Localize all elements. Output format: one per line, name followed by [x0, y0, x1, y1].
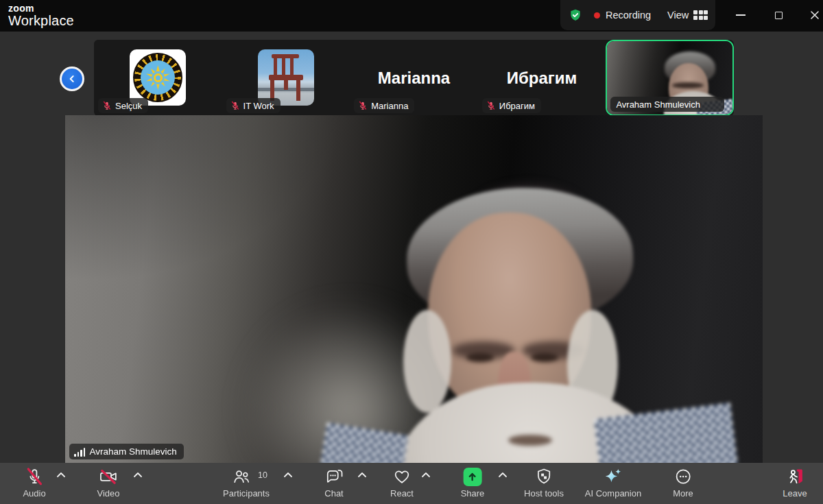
participant-name: IT Work [243, 101, 274, 111]
titlebar-status-panel: Recording View [560, 0, 715, 30]
mic-muted-icon [358, 101, 368, 110]
participant-filmstrip: Selçuk IT Work Marianna [94, 40, 734, 116]
participant-name: Marianna [371, 101, 408, 111]
minimize-button[interactable] [726, 0, 756, 30]
recording-indicator[interactable]: Recording [594, 10, 651, 21]
audio-button[interactable]: Audio [23, 466, 45, 499]
more-label: More [673, 488, 693, 499]
react-button[interactable]: React [390, 466, 414, 499]
recording-label: Recording [606, 10, 651, 21]
broken-chair-avatar-image [258, 49, 314, 106]
react-label: React [390, 488, 414, 499]
gallery-view-icon [693, 10, 708, 20]
participants-label: Participants [223, 488, 270, 499]
minimize-icon [736, 14, 746, 16]
chat-label: Chat [324, 488, 344, 499]
mic-muted-icon [102, 101, 112, 110]
chevron-left-icon [67, 73, 77, 84]
speaker-name-pill: Avraham Shmulevich [69, 444, 184, 459]
camera-off-icon [98, 467, 119, 486]
participant-name: Ибрагим [499, 101, 535, 111]
share-label: Share [461, 488, 485, 499]
participant-display-name: Marianna [350, 69, 478, 88]
more-button[interactable]: More [673, 466, 693, 499]
active-speaker-video: Avraham Shmulevich [65, 115, 763, 463]
participant-tile-it-work[interactable]: IT Work [222, 40, 350, 116]
chat-icon [324, 467, 344, 486]
mic-muted-icon [486, 101, 496, 110]
share-screen-icon [463, 468, 481, 486]
ai-companion-sparkle-icon [603, 467, 623, 486]
name-pill: Selçuk [98, 98, 148, 113]
name-pill: Ибрагим [482, 98, 541, 113]
heart-icon [392, 467, 412, 486]
close-icon [810, 10, 820, 20]
previous-page-button[interactable] [60, 67, 84, 91]
react-options-caret[interactable] [421, 472, 431, 478]
audio-options-caret[interactable] [56, 472, 66, 478]
more-ellipsis-icon [673, 467, 693, 486]
audio-label: Audio [23, 488, 45, 499]
ai-companion-label: AI Companion [585, 488, 641, 499]
audio-level-bars-icon [74, 447, 85, 457]
titlebar: zoom Workplace Recording View [0, 0, 823, 32]
participant-name: Selçuk [115, 101, 142, 111]
recording-dot-icon [594, 12, 600, 19]
participants-options-caret[interactable] [283, 472, 293, 478]
name-pill: Marianna [354, 98, 414, 113]
participant-name: Avraham Shmulevich [616, 99, 700, 110]
mic-muted-icon [230, 101, 240, 110]
maximize-icon [775, 12, 783, 19]
avatar [258, 49, 314, 106]
mic-muted-icon [25, 467, 44, 486]
video-label: Video [97, 488, 119, 499]
participants-count-badge: 10 [258, 470, 267, 480]
logo-zoom-text: zoom [8, 3, 74, 14]
share-button[interactable]: Share [461, 466, 485, 499]
participants-icon [231, 467, 252, 486]
participants-button[interactable]: 10 Participants [223, 466, 270, 499]
security-shield-icon[interactable] [568, 8, 583, 23]
share-options-caret[interactable] [498, 472, 508, 478]
ai-companion-button[interactable]: AI Companion [585, 466, 641, 499]
logo-workplace-text: Workplace [8, 14, 74, 28]
participant-tile-ibragim[interactable]: Ибрагим Ибрагим [478, 40, 606, 116]
name-pill: Avraham Shmulevich [610, 97, 724, 112]
view-button[interactable]: View [667, 10, 708, 21]
leave-meeting-icon [785, 467, 805, 486]
sun-emblem-avatar-image [130, 49, 186, 106]
chat-options-caret[interactable] [357, 472, 367, 478]
name-pill: IT Work [226, 98, 281, 113]
close-button[interactable] [800, 0, 823, 30]
video-button[interactable]: Video [97, 466, 119, 499]
host-tools-button[interactable]: Host tools [524, 466, 564, 499]
leave-label: Leave [783, 488, 807, 499]
chat-button[interactable]: Chat [324, 466, 344, 499]
participant-display-name: Ибрагим [478, 69, 606, 88]
meeting-stage: Selçuk IT Work Marianna [0, 32, 823, 463]
participant-tile-marianna[interactable]: Marianna Marianna [350, 40, 478, 116]
host-tools-label: Host tools [524, 488, 564, 499]
meeting-toolbar: Audio Video 10 Participants Chat [0, 463, 823, 504]
maximize-button[interactable] [763, 0, 794, 30]
speaker-portrait [65, 115, 763, 463]
host-tools-shield-icon [534, 467, 553, 486]
zoom-workplace-logo: zoom Workplace [8, 3, 74, 28]
participant-tile-avraham-active-speaker[interactable]: Avraham Shmulevich [606, 40, 734, 116]
leave-button[interactable]: Leave [783, 466, 807, 499]
zoom-meeting-window: zoom Workplace Recording View [0, 0, 823, 504]
participant-tile-selcuk[interactable]: Selçuk [94, 40, 222, 116]
avatar [130, 49, 186, 106]
speaker-name: Avraham Shmulevich [89, 446, 176, 457]
view-label: View [667, 10, 689, 21]
video-options-caret[interactable] [133, 472, 143, 478]
